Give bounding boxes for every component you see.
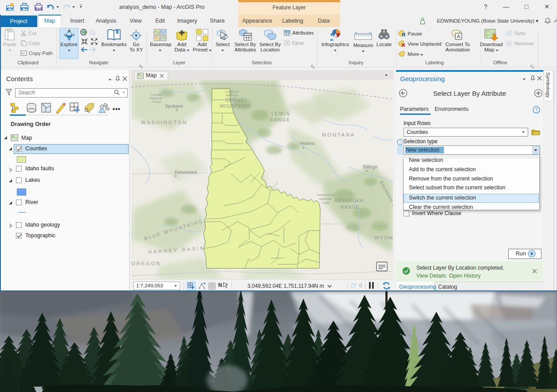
svg-text:Kennewick: Kennewick [175, 169, 198, 175]
svg-text:WYOMIN: WYOMIN [374, 235, 393, 240]
svg-text:Park: Park [322, 201, 329, 205]
svg-text:Yellowstone: Yellowstone [317, 193, 334, 197]
svg-text:Billings: Billings [363, 164, 377, 169]
svg-text:RANGE: RANGE [341, 204, 359, 210]
svg-text:Spokane: Spokane [165, 103, 184, 109]
svg-text:Forest: Forest [152, 100, 161, 104]
svg-text:RANGE: RANGE [270, 117, 290, 122]
svg-text:MONTANA: MONTANA [322, 132, 355, 137]
svg-text:MOUNTAINS: MOUNTAINS [220, 104, 250, 109]
svg-text:WASHINGTON: WASHINGTON [141, 120, 188, 125]
svg-text:Forest: Forest [227, 97, 237, 101]
svg-text:LEWIS: LEWIS [271, 111, 290, 116]
svg-text:ABSAROKA: ABSAROKA [334, 198, 364, 203]
svg-text:OREGON: OREGON [131, 261, 161, 266]
svg-text:Helena: Helena [300, 141, 314, 146]
svg-text:i: i [400, 140, 401, 145]
svg-text:A: A [457, 34, 460, 39]
svg-text:National: National [319, 197, 332, 201]
svg-text:?: ? [535, 107, 537, 113]
